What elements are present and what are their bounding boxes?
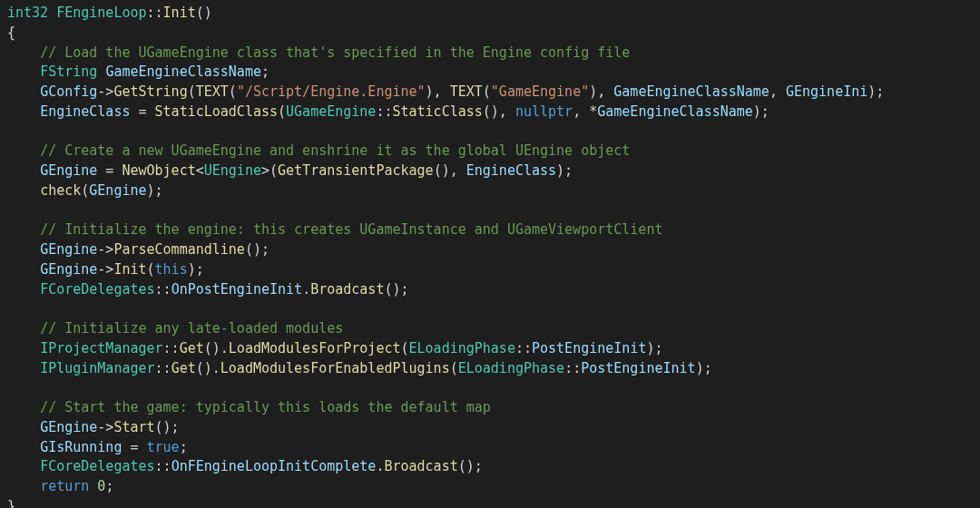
code-line[interactable]: // Start the game: typically this loads …: [7, 399, 491, 415]
code-token: (): [196, 5, 212, 21]
code-token: GEngine: [40, 419, 97, 435]
code-token: , *: [573, 103, 597, 120]
code-token: Init: [163, 5, 196, 21]
code-line[interactable]: check(GEngine);: [7, 182, 163, 199]
code-token: GetString: [113, 83, 187, 100]
code-token: [7, 281, 40, 298]
code-token: [7, 142, 40, 159]
code-token: [7, 83, 40, 100]
code-line[interactable]: [7, 300, 15, 317]
code-token: =: [97, 162, 122, 179]
code-token: ();: [384, 281, 408, 298]
code-line[interactable]: // Load the UGameEngine class that's spe…: [7, 44, 630, 61]
code-token: // Initialize any late-loaded modules: [40, 320, 343, 337]
code-token: IProjectManager: [40, 340, 162, 357]
code-token: ),: [589, 83, 613, 100]
code-token: Broadcast: [384, 458, 457, 474]
code-token: ->: [97, 419, 113, 435]
code-token: [7, 320, 40, 337]
code-token: [7, 44, 40, 61]
code-line[interactable]: GEngine->ParseCommandline();: [7, 241, 270, 258]
code-token: [7, 340, 40, 357]
code-token: Get: [180, 340, 204, 357]
code-token: (: [229, 83, 237, 100]
code-token: );: [867, 83, 884, 100]
code-token: (),: [483, 103, 515, 120]
code-token: StaticClass: [392, 103, 482, 120]
code-token: // Start the game: typically this loads …: [40, 399, 491, 415]
code-token: =: [122, 439, 146, 455]
code-token: [7, 399, 40, 415]
code-token: >(: [261, 162, 278, 179]
code-line[interactable]: GConfig->GetString(TEXT("/Script/Engine.…: [7, 83, 884, 100]
code-token: [7, 103, 40, 120]
code-token: ;: [261, 64, 270, 80]
code-token: ::: [155, 360, 172, 376]
code-token: PostEngineInit: [532, 340, 646, 357]
code-line[interactable]: FString GameEngineClassName;: [7, 64, 270, 80]
code-token: true: [147, 439, 180, 455]
code-token: [7, 478, 40, 494]
code-line[interactable]: [7, 379, 15, 396]
code-token: [7, 64, 40, 80]
code-token: (),: [434, 162, 466, 179]
code-line[interactable]: IPluginManager::Get().LoadModulesForEnab…: [7, 360, 712, 376]
code-token: return: [40, 478, 89, 494]
code-line[interactable]: // Initialize the engine: this creates U…: [7, 221, 662, 238]
code-token: (: [278, 103, 286, 120]
code-token: ::: [163, 340, 180, 357]
code-line[interactable]: }: [7, 498, 15, 508]
code-token: );: [696, 360, 712, 376]
code-line[interactable]: GEngine->Start();: [7, 419, 180, 435]
code-token: ->: [97, 83, 113, 100]
code-token: GameEngineClassName: [613, 83, 769, 100]
code-token: int32: [7, 5, 48, 21]
code-token: );: [147, 182, 163, 199]
code-line[interactable]: // Initialize any late-loaded modules: [7, 320, 343, 337]
code-token: ();: [155, 419, 180, 435]
code-token: ParseCommandline: [113, 241, 245, 258]
code-line[interactable]: GIsRunning = true;: [7, 439, 188, 455]
code-line[interactable]: GEngine = NewObject<UEngine>(GetTransien…: [7, 162, 573, 179]
code-token: Get: [172, 360, 196, 376]
code-line[interactable]: {: [7, 24, 15, 41]
code-token: [7, 182, 40, 199]
code-line[interactable]: IProjectManager::Get().LoadModulesForPro…: [7, 340, 663, 357]
code-token: Start: [113, 419, 154, 435]
code-token: [7, 202, 15, 219]
code-token: );: [188, 261, 204, 278]
code-line[interactable]: EngineClass = StaticLoadClass(UGameEngin…: [7, 103, 769, 120]
code-token: [7, 300, 15, 317]
code-token: (: [81, 182, 89, 199]
code-line[interactable]: FCoreDelegates::OnFEngineLoopInitComplet…: [7, 458, 483, 474]
code-line[interactable]: [7, 202, 15, 219]
code-token: GEngine: [89, 182, 146, 199]
code-token: GConfig: [40, 83, 97, 100]
code-token: LoadModulesForEnabledPlugins: [220, 360, 450, 376]
code-token: GetTransientPackage: [278, 162, 434, 179]
code-token: [7, 458, 40, 474]
code-token: TEXT: [450, 83, 483, 100]
code-token: EngineClass: [40, 103, 130, 120]
code-editor[interactable]: int32 FEngineLoop::Init() { // Load the …: [0, 0, 980, 508]
code-line[interactable]: return 0;: [7, 478, 113, 494]
code-token: ;: [180, 439, 188, 455]
code-token: GameEngineClassName: [105, 64, 261, 80]
code-token: ();: [458, 458, 483, 474]
code-token: (: [188, 83, 196, 100]
code-line[interactable]: FCoreDelegates::OnPostEngineInit.Broadca…: [7, 281, 409, 298]
code-token: ->: [97, 261, 113, 278]
code-line[interactable]: [7, 123, 15, 140]
code-token: this: [155, 261, 188, 278]
code-token: Init: [113, 261, 146, 278]
code-token: // Create a new UGameEngine and enshrine…: [40, 142, 630, 159]
code-token: (: [147, 261, 155, 278]
code-token: (: [450, 360, 458, 376]
code-token: // Initialize the engine: this creates U…: [40, 221, 662, 238]
code-line[interactable]: // Create a new UGameEngine and enshrine…: [7, 142, 630, 159]
code-token: ::: [147, 5, 163, 21]
code-token: nullptr: [515, 103, 573, 120]
code-line[interactable]: int32 FEngineLoop::Init(): [7, 5, 212, 21]
code-line[interactable]: GEngine->Init(this);: [7, 261, 204, 278]
code-token: );: [556, 162, 573, 179]
